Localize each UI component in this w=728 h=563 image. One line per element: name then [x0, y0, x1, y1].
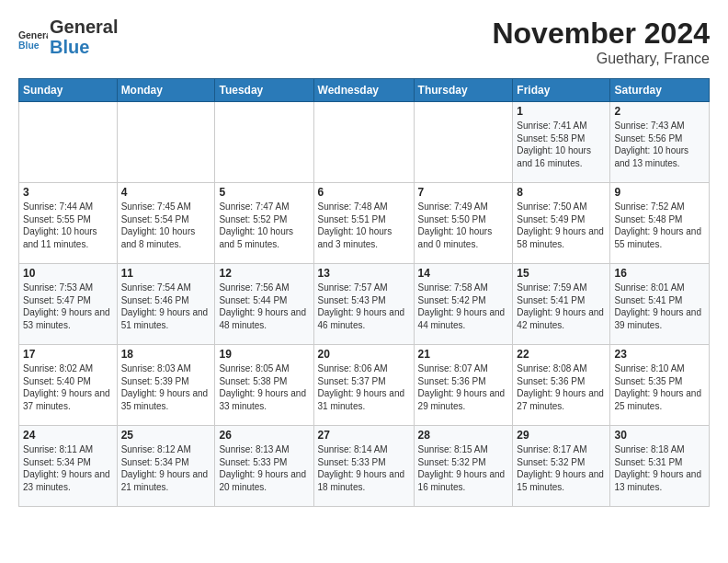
day-info: Sunrise: 7:56 AMSunset: 5:44 PMDaylight:…	[219, 282, 309, 331]
day-info: Sunrise: 8:14 AMSunset: 5:33 PMDaylight:…	[318, 443, 410, 493]
day-number: 25	[121, 429, 211, 442]
day-cell: 21Sunrise: 8:07 AMSunset: 5:36 PMDayligh…	[414, 345, 513, 426]
day-cell: 12Sunrise: 7:56 AMSunset: 5:44 PMDayligh…	[215, 264, 313, 345]
day-cell: 30Sunrise: 8:18 AMSunset: 5:31 PMDayligh…	[610, 426, 710, 507]
day-info: Sunrise: 8:15 AMSunset: 5:32 PMDaylight:…	[418, 443, 509, 493]
logo-blue: Blue	[50, 37, 118, 57]
day-cell: 5Sunrise: 7:47 AMSunset: 5:52 PMDaylight…	[215, 183, 313, 264]
week-row-1: 1Sunrise: 7:41 AMSunset: 5:58 PMDaylight…	[19, 102, 710, 183]
day-cell: 2Sunrise: 7:43 AMSunset: 5:56 PMDaylight…	[610, 102, 710, 183]
day-info: Sunrise: 8:18 AMSunset: 5:31 PMDaylight:…	[614, 443, 705, 493]
day-number: 4	[121, 186, 211, 199]
day-number: 3	[23, 186, 113, 199]
day-number: 12	[219, 267, 309, 280]
day-cell: 16Sunrise: 8:01 AMSunset: 5:41 PMDayligh…	[610, 264, 710, 345]
day-cell: 20Sunrise: 8:06 AMSunset: 5:37 PMDayligh…	[313, 345, 414, 426]
day-number: 24	[23, 429, 113, 442]
day-number: 23	[614, 348, 705, 361]
day-info: Sunrise: 8:11 AMSunset: 5:34 PMDaylight:…	[23, 443, 113, 493]
day-number: 17	[23, 348, 113, 361]
day-cell	[414, 102, 513, 183]
week-row-5: 24Sunrise: 8:11 AMSunset: 5:34 PMDayligh…	[19, 426, 710, 507]
page-subtitle: Guethary, France	[492, 51, 710, 67]
day-number: 15	[517, 267, 606, 280]
day-info: Sunrise: 8:05 AMSunset: 5:38 PMDaylight:…	[219, 362, 309, 412]
day-info: Sunrise: 7:57 AMSunset: 5:43 PMDaylight:…	[318, 282, 410, 331]
calendar: SundayMondayTuesdayWednesdayThursdayFrid…	[18, 78, 710, 507]
day-info: Sunrise: 7:45 AMSunset: 5:54 PMDaylight:…	[121, 201, 211, 250]
day-number: 22	[517, 348, 606, 361]
title-block: November 2024 Guethary, France	[492, 17, 710, 67]
day-cell: 6Sunrise: 7:48 AMSunset: 5:51 PMDaylight…	[313, 183, 414, 264]
day-info: Sunrise: 8:08 AMSunset: 5:36 PMDaylight:…	[517, 362, 606, 412]
week-row-4: 17Sunrise: 8:02 AMSunset: 5:40 PMDayligh…	[19, 345, 710, 426]
day-cell: 10Sunrise: 7:53 AMSunset: 5:47 PMDayligh…	[19, 264, 118, 345]
day-number: 14	[418, 267, 509, 280]
logo: General Blue General Blue	[18, 17, 118, 57]
header: General Blue General Blue November 2024 …	[18, 17, 710, 67]
day-info: Sunrise: 8:02 AMSunset: 5:40 PMDaylight:…	[23, 362, 113, 412]
day-cell	[19, 102, 118, 183]
day-info: Sunrise: 8:12 AMSunset: 5:34 PMDaylight:…	[121, 443, 211, 493]
day-cell: 18Sunrise: 8:03 AMSunset: 5:39 PMDayligh…	[117, 345, 215, 426]
day-info: Sunrise: 7:48 AMSunset: 5:51 PMDaylight:…	[318, 201, 410, 250]
day-number: 19	[219, 348, 309, 361]
day-number: 13	[318, 267, 410, 280]
day-info: Sunrise: 7:49 AMSunset: 5:50 PMDaylight:…	[418, 201, 509, 250]
logo-general: General	[50, 17, 118, 37]
day-info: Sunrise: 7:59 AMSunset: 5:41 PMDaylight:…	[517, 282, 606, 331]
day-cell: 13Sunrise: 7:57 AMSunset: 5:43 PMDayligh…	[313, 264, 414, 345]
day-number: 5	[219, 186, 309, 199]
day-info: Sunrise: 8:13 AMSunset: 5:33 PMDaylight:…	[219, 443, 309, 493]
day-number: 11	[121, 267, 211, 280]
day-cell: 14Sunrise: 7:58 AMSunset: 5:42 PMDayligh…	[414, 264, 513, 345]
day-cell: 7Sunrise: 7:49 AMSunset: 5:50 PMDaylight…	[414, 183, 513, 264]
day-number: 29	[517, 429, 606, 442]
day-info: Sunrise: 7:43 AMSunset: 5:56 PMDaylight:…	[614, 120, 705, 169]
weekday-header-friday: Friday	[513, 79, 610, 102]
day-number: 1	[517, 105, 606, 118]
day-info: Sunrise: 7:47 AMSunset: 5:52 PMDaylight:…	[219, 201, 309, 250]
day-number: 8	[517, 186, 606, 199]
day-cell: 22Sunrise: 8:08 AMSunset: 5:36 PMDayligh…	[513, 345, 610, 426]
day-info: Sunrise: 8:06 AMSunset: 5:37 PMDaylight:…	[318, 362, 410, 412]
day-cell: 4Sunrise: 7:45 AMSunset: 5:54 PMDaylight…	[117, 183, 215, 264]
day-cell: 11Sunrise: 7:54 AMSunset: 5:46 PMDayligh…	[117, 264, 215, 345]
day-number: 21	[418, 348, 509, 361]
day-number: 20	[318, 348, 410, 361]
day-number: 18	[121, 348, 211, 361]
day-info: Sunrise: 7:41 AMSunset: 5:58 PMDaylight:…	[517, 120, 606, 169]
day-info: Sunrise: 7:44 AMSunset: 5:55 PMDaylight:…	[23, 201, 113, 250]
day-cell: 17Sunrise: 8:02 AMSunset: 5:40 PMDayligh…	[19, 345, 118, 426]
day-cell: 26Sunrise: 8:13 AMSunset: 5:33 PMDayligh…	[215, 426, 313, 507]
weekday-header-saturday: Saturday	[610, 79, 710, 102]
day-number: 2	[614, 105, 705, 118]
weekday-header-wednesday: Wednesday	[313, 79, 414, 102]
day-number: 26	[219, 429, 309, 442]
weekday-header-row: SundayMondayTuesdayWednesdayThursdayFrid…	[19, 79, 710, 102]
day-cell	[313, 102, 414, 183]
weekday-header-sunday: Sunday	[19, 79, 118, 102]
week-row-3: 10Sunrise: 7:53 AMSunset: 5:47 PMDayligh…	[19, 264, 710, 345]
day-cell	[117, 102, 215, 183]
svg-text:General: General	[18, 30, 48, 40]
day-cell	[215, 102, 313, 183]
day-cell: 23Sunrise: 8:10 AMSunset: 5:35 PMDayligh…	[610, 345, 710, 426]
logo-icon: General Blue	[18, 22, 48, 52]
week-row-2: 3Sunrise: 7:44 AMSunset: 5:55 PMDaylight…	[19, 183, 710, 264]
day-info: Sunrise: 8:10 AMSunset: 5:35 PMDaylight:…	[614, 362, 705, 412]
day-number: 30	[614, 429, 705, 442]
day-number: 9	[614, 186, 705, 199]
day-info: Sunrise: 8:07 AMSunset: 5:36 PMDaylight:…	[418, 362, 509, 412]
day-cell: 1Sunrise: 7:41 AMSunset: 5:58 PMDaylight…	[513, 102, 610, 183]
svg-text:Blue: Blue	[18, 40, 40, 51]
day-info: Sunrise: 7:50 AMSunset: 5:49 PMDaylight:…	[517, 201, 606, 250]
day-info: Sunrise: 8:03 AMSunset: 5:39 PMDaylight:…	[121, 362, 211, 412]
day-cell: 15Sunrise: 7:59 AMSunset: 5:41 PMDayligh…	[513, 264, 610, 345]
day-cell: 28Sunrise: 8:15 AMSunset: 5:32 PMDayligh…	[414, 426, 513, 507]
day-number: 10	[23, 267, 113, 280]
page-title: November 2024	[492, 17, 710, 51]
day-cell: 27Sunrise: 8:14 AMSunset: 5:33 PMDayligh…	[313, 426, 414, 507]
day-info: Sunrise: 8:17 AMSunset: 5:32 PMDaylight:…	[517, 443, 606, 493]
day-info: Sunrise: 7:54 AMSunset: 5:46 PMDaylight:…	[121, 282, 211, 331]
